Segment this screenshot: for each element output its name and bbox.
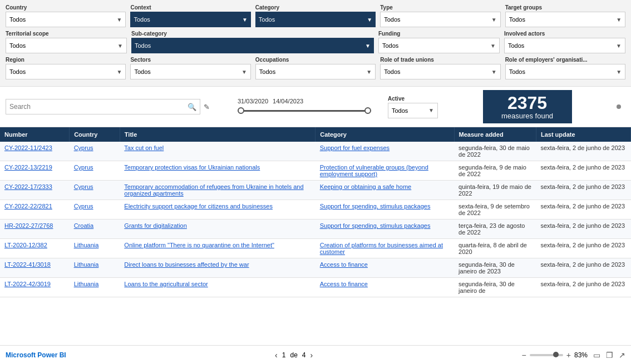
number-link[interactable]: HR-2022-27/2768 — [4, 222, 53, 229]
fullscreen-button[interactable]: ❐ — [606, 351, 613, 360]
chevron-down-icon: ▼ — [117, 17, 122, 23]
filter-occupations: Occupations Todos ▼ — [255, 57, 376, 79]
active-filter-label: Active — [388, 96, 438, 102]
number-link[interactable]: CY-2022-11/2423 — [4, 144, 52, 151]
country-link[interactable]: Croatia — [74, 222, 93, 229]
table-row: LT-2022-41/3018 Lithuania Direct loans t… — [0, 258, 631, 278]
category-link[interactable]: Support for spending, stimulus packages — [320, 203, 431, 210]
title-link[interactable]: Tax cut on fuel — [124, 144, 164, 151]
title-link[interactable]: Temporary accommodation of refugees from… — [124, 183, 303, 197]
title-link[interactable]: Online platform "There is no quarantine … — [124, 242, 274, 248]
zoom-handle[interactable] — [553, 352, 559, 357]
table-header-row: Number Country Title Category Measure ad… — [0, 127, 631, 142]
cell-country: Croatia — [70, 220, 120, 239]
table-row: CY-2022-22/2821 Cyprus Electricity suppo… — [0, 200, 631, 220]
filter-occupations-select[interactable]: Todos ▼ — [255, 64, 376, 79]
chevron-down-icon: ▼ — [365, 43, 371, 49]
date-slider[interactable] — [238, 106, 371, 116]
zoom-level: 83% — [574, 351, 588, 359]
prev-page-button[interactable]: ‹ — [275, 351, 278, 360]
slider-range — [239, 110, 370, 112]
country-link[interactable]: Cyprus — [74, 164, 93, 171]
category-link[interactable]: Keeping or obtaining a safe home — [320, 183, 412, 190]
number-link[interactable]: LT-2020-12/382 — [4, 242, 47, 248]
filter-funding: Funding Todos ▼ — [378, 31, 500, 53]
filter-funding-label: Funding — [378, 31, 500, 37]
page-total: 4 — [302, 351, 306, 359]
category-link[interactable]: Creation of platforms for businesses aim… — [320, 242, 443, 255]
cell-title: Tax cut on fuel — [120, 142, 315, 161]
title-link[interactable]: Temporary protection visas for Ukrainian… — [124, 164, 260, 171]
country-link[interactable]: Lithuania — [74, 281, 99, 287]
number-link[interactable]: LT-2022-42/3019 — [4, 281, 51, 287]
filter-occupations-label: Occupations — [255, 57, 376, 63]
cell-number: LT-2022-41/3018 — [0, 258, 70, 278]
filter-country-label: Country — [6, 4, 126, 11]
filter-employers-org-label: Role of employers' organisati... — [505, 57, 625, 63]
filter-country-select[interactable]: Todos ▼ — [6, 12, 126, 27]
category-link[interactable]: Access to finance — [320, 261, 368, 268]
category-link[interactable]: Support for spending, stimulus packages — [320, 222, 431, 229]
country-link[interactable]: Cyprus — [74, 144, 93, 151]
filter-involved-actors-select[interactable]: Todos ▼ — [504, 38, 625, 53]
cell-number: CY-2022-17/2333 — [0, 181, 70, 200]
filter-funding-select[interactable]: Todos ▼ — [378, 38, 500, 53]
category-link[interactable]: Protection of vulnerable groups (beyond … — [320, 164, 428, 177]
country-link[interactable]: Lithuania — [74, 261, 99, 268]
country-link[interactable]: Cyprus — [74, 183, 93, 190]
title-link[interactable]: Grants for digitalization — [124, 222, 187, 229]
number-link[interactable]: CY-2022-13/2219 — [4, 164, 52, 171]
title-link[interactable]: Direct loans to businesses affected by t… — [124, 261, 249, 268]
filter-employers-org-select[interactable]: Todos ▼ — [505, 64, 625, 79]
page-separator: de — [290, 351, 297, 359]
filter-region-select[interactable]: Todos ▼ — [6, 64, 126, 79]
zoom-in-button[interactable]: + — [566, 351, 571, 360]
date-end: 14/04/2023 — [273, 98, 303, 104]
cell-country: Cyprus — [70, 142, 120, 161]
filter-territorial-scope-select[interactable]: Todos ▼ — [6, 38, 127, 53]
edit-icon[interactable]: ✎ — [204, 103, 210, 111]
filter-type-select[interactable]: Todos ▼ — [380, 12, 500, 27]
country-link[interactable]: Cyprus — [74, 203, 93, 210]
search-input[interactable] — [9, 103, 185, 111]
slider-thumb-right[interactable] — [364, 107, 371, 114]
number-link[interactable]: LT-2022-41/3018 — [4, 261, 51, 268]
fit-page-button[interactable]: ▭ — [593, 351, 600, 360]
results-table-container: Number Country Title Category Measure ad… — [0, 127, 631, 297]
filter-sectors-select[interactable]: Todos ▼ — [130, 64, 250, 79]
zoom-out-button[interactable]: − — [522, 351, 526, 360]
category-link[interactable]: Support for fuel expenses — [320, 144, 390, 151]
cell-category: Creation of platforms for businesses aim… — [316, 239, 454, 258]
cell-title: Loans to the agricultural sector — [120, 278, 315, 297]
title-link[interactable]: Loans to the agricultural sector — [124, 281, 208, 287]
filter-context-select[interactable]: Todos ▼ — [130, 12, 250, 27]
measures-found-box: 2375 measures found — [483, 90, 572, 123]
slider-thumb-left[interactable] — [238, 107, 244, 114]
filter-sub-category: Sub-category Todos ▼ — [131, 31, 374, 53]
filter-trade-unions-select[interactable]: Todos ▼ — [380, 64, 500, 79]
active-filter-select[interactable]: Todos ▼ — [388, 103, 438, 118]
table-row: HR-2022-27/2768 Croatia Grants for digit… — [0, 220, 631, 239]
filter-territorial-scope-label: Territorial scope — [6, 31, 127, 37]
filter-target-groups-select[interactable]: Todos ▼ — [505, 12, 625, 27]
cell-measure-added: quarta-feira, 8 de abril de 2020 — [454, 239, 536, 258]
category-link[interactable]: Access to finance — [320, 281, 368, 287]
chevron-down-icon: ▼ — [490, 43, 496, 49]
number-link[interactable]: CY-2022-17/2333 — [4, 183, 52, 190]
title-link[interactable]: Electricity support package for citizens… — [124, 203, 273, 210]
filter-territorial-scope: Territorial scope Todos ▼ — [6, 31, 127, 53]
search-box[interactable]: 🔍 — [6, 99, 200, 114]
filter-row-2: Territorial scope Todos ▼ Sub-category T… — [6, 31, 625, 53]
th-title: Title — [120, 127, 315, 142]
zoom-slider[interactable] — [530, 354, 563, 356]
date-labels: 31/03/2020 14/04/2023 — [238, 98, 303, 104]
next-page-button[interactable]: › — [310, 351, 313, 360]
powerbi-link[interactable]: Microsoft Power BI — [6, 351, 66, 359]
filter-category-select[interactable]: Todos ▼ — [255, 12, 376, 27]
country-link[interactable]: Lithuania — [74, 242, 99, 248]
filter-sub-category-select[interactable]: Todos ▼ — [131, 38, 374, 53]
share-button[interactable]: ↗ — [619, 351, 625, 360]
number-link[interactable]: CY-2022-22/2821 — [4, 203, 52, 210]
filter-category: Category Todos ▼ — [255, 4, 376, 27]
cell-measure-added: terça-feira, 23 de agosto de 2022 — [454, 220, 536, 239]
